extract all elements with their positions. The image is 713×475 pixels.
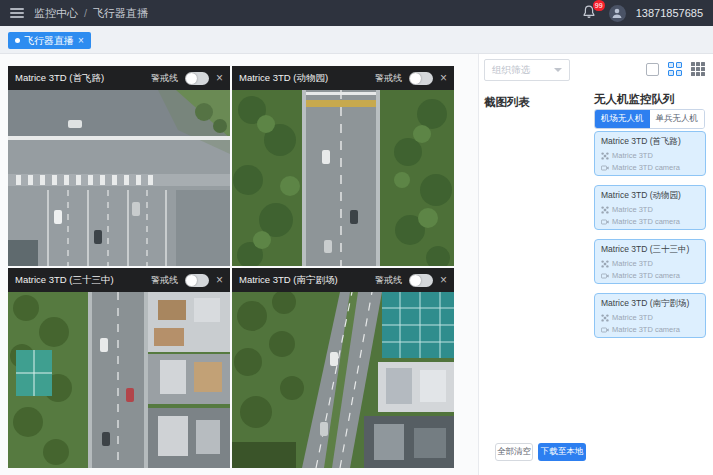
drone-icon xyxy=(601,260,609,268)
grid-2x2-view-icon[interactable] xyxy=(668,62,682,76)
video-panel-1-header: Matrice 3TD (首飞路) 警戒线 × xyxy=(8,66,230,90)
drone-icon xyxy=(601,152,609,160)
guard-line-label: 警戒线 xyxy=(151,274,178,287)
drone-card-title: Matrice 3TD (动物园) xyxy=(601,190,699,202)
video-feed-1 xyxy=(8,90,230,266)
drone-icon xyxy=(601,314,609,322)
tab-solo-drone[interactable]: 单兵无人机 xyxy=(650,110,705,128)
guard-line-toggle[interactable] xyxy=(409,274,433,287)
guard-line-toggle[interactable] xyxy=(185,72,209,85)
drone-model-label: Matrice 3TD xyxy=(612,205,653,214)
video-panel-3: Matrice 3TD (三十三中) 警戒线 × xyxy=(8,268,230,468)
close-icon[interactable]: × xyxy=(440,72,447,84)
camera-label: Matrice 3TD camera xyxy=(612,325,680,334)
guard-line-toggle[interactable] xyxy=(409,72,433,85)
video-panel-2-header: Matrice 3TD (动物园) 警戒线 × xyxy=(232,66,454,90)
clear-all-button[interactable]: 全部清空 xyxy=(495,443,533,461)
video-panel-4-title: Matrice 3TD (南宁剧场) xyxy=(239,274,368,287)
user-icon xyxy=(611,7,623,19)
breadcrumb: 监控中心 / 飞行器直播 xyxy=(34,6,148,21)
org-filter-select[interactable]: 组织筛选 xyxy=(484,59,570,81)
tab-label: 飞行器直播 xyxy=(24,34,74,48)
close-icon[interactable]: × xyxy=(216,72,223,84)
app-window: 监控中心 / 飞行器直播 99 13871857685 飞行器直播 xyxy=(0,0,713,475)
video-panel-3-header: Matrice 3TD (三十三中) 警戒线 × xyxy=(8,268,230,292)
drone-model-label: Matrice 3TD xyxy=(612,313,653,322)
download-local-button[interactable]: 下载至本地 xyxy=(538,443,586,461)
avatar[interactable] xyxy=(609,5,626,22)
right-panel: 组织筛选 截图列表 无人机监控队列 机场无人机 单兵无人机 Matrice 3T… xyxy=(479,54,713,475)
breadcrumb-separator: / xyxy=(84,7,87,19)
drone-model-label: Matrice 3TD xyxy=(612,259,653,268)
top-navbar: 监控中心 / 飞行器直播 99 13871857685 xyxy=(0,0,713,26)
breadcrumb-section[interactable]: 监控中心 xyxy=(34,6,78,21)
tab-flight-live[interactable]: 飞行器直播 × xyxy=(8,32,91,49)
drone-card-2[interactable]: Matrice 3TD (动物园) Matrice 3TD Matrice 3T… xyxy=(594,185,706,230)
drone-card-title: Matrice 3TD (南宁剧场) xyxy=(601,298,699,310)
drone-icon xyxy=(601,206,609,214)
camera-label: Matrice 3TD camera xyxy=(612,271,680,280)
layout-switcher xyxy=(646,62,705,76)
chevron-down-icon xyxy=(554,68,562,72)
drone-card-1[interactable]: Matrice 3TD (首飞路) Matrice 3TD Matrice 3T… xyxy=(594,131,706,176)
camera-label: Matrice 3TD camera xyxy=(612,163,680,172)
video-panel-4: Matrice 3TD (南宁剧场) 警戒线 × xyxy=(232,268,454,468)
close-icon[interactable]: × xyxy=(440,274,447,286)
video-feed-2 xyxy=(232,90,454,266)
video-feed-4 xyxy=(232,292,454,468)
video-panel-2: Matrice 3TD (动物园) 警戒线 × xyxy=(232,66,454,266)
drone-queue-title: 无人机监控队列 xyxy=(594,92,675,107)
screenshot-list-title: 截图列表 xyxy=(484,95,530,110)
guard-line-label: 警戒线 xyxy=(151,72,178,85)
drone-model-label: Matrice 3TD xyxy=(612,151,653,160)
notification-badge: 99 xyxy=(593,0,605,11)
video-feed-3 xyxy=(8,292,230,468)
video-panel-3-title: Matrice 3TD (三十三中) xyxy=(15,274,144,287)
guard-line-label: 警戒线 xyxy=(375,72,402,85)
video-panel-1-title: Matrice 3TD (首飞路) xyxy=(15,72,144,85)
camera-label: Matrice 3TD camera xyxy=(612,217,680,226)
single-view-icon[interactable] xyxy=(646,63,659,76)
guard-line-label: 警戒线 xyxy=(375,274,402,287)
grid-3x3-view-icon[interactable] xyxy=(691,62,705,76)
guard-line-toggle[interactable] xyxy=(185,274,209,287)
notifications-button[interactable]: 99 xyxy=(581,4,599,22)
video-panel-2-title: Matrice 3TD (动物园) xyxy=(239,72,368,85)
drone-card-4[interactable]: Matrice 3TD (南宁剧场) Matrice 3TD Matrice 3… xyxy=(594,293,706,338)
tab-close-icon[interactable]: × xyxy=(78,35,84,46)
drone-queue-tabs: 机场无人机 单兵无人机 xyxy=(594,109,705,129)
org-filter-placeholder: 组织筛选 xyxy=(492,64,530,77)
camera-icon xyxy=(601,272,609,280)
drone-card-title: Matrice 3TD (首飞路) xyxy=(601,136,699,148)
tab-strip: 飞行器直播 × xyxy=(0,26,713,54)
user-phone[interactable]: 13871857685 xyxy=(636,7,703,19)
close-icon[interactable]: × xyxy=(216,274,223,286)
tab-airport-drone[interactable]: 机场无人机 xyxy=(595,110,650,128)
camera-icon xyxy=(601,326,609,334)
camera-icon xyxy=(601,218,609,226)
breadcrumb-page: 飞行器直播 xyxy=(93,6,148,21)
camera-icon xyxy=(601,164,609,172)
video-panel-4-header: Matrice 3TD (南宁剧场) 警戒线 × xyxy=(232,268,454,292)
drone-card-title: Matrice 3TD (三十三中) xyxy=(601,244,699,256)
drone-card-3[interactable]: Matrice 3TD (三十三中) Matrice 3TD Matrice 3… xyxy=(594,239,706,284)
menu-toggle-icon[interactable] xyxy=(10,8,24,18)
active-dot-icon xyxy=(15,38,20,43)
video-panel-1: Matrice 3TD (首飞路) 警戒线 × xyxy=(8,66,230,266)
